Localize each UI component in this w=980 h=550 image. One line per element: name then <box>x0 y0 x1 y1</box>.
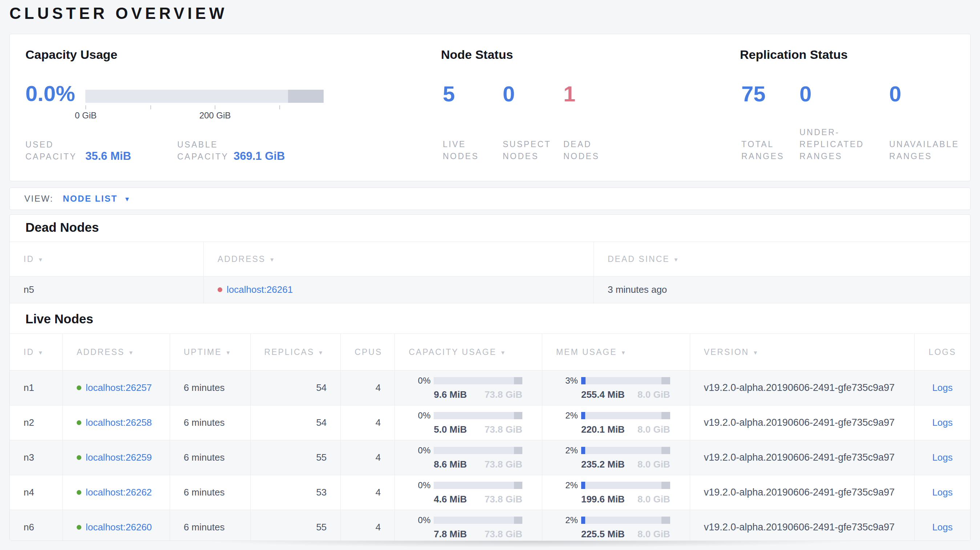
logs-link[interactable]: Logs <box>932 487 952 498</box>
node-dead-dot-icon <box>218 287 222 292</box>
mem-percent: 2% <box>555 515 578 525</box>
live-nodes-stat: 5 LIVE NODES <box>443 82 494 162</box>
logs-link[interactable]: Logs <box>932 382 952 393</box>
node-address-link[interactable]: localhost:26259 <box>86 452 152 463</box>
table-row: n6 localhost:26260 6 minutes 55 4 0% <box>10 510 970 541</box>
column-header-id[interactable]: ID ▼ <box>10 242 204 276</box>
capacity-percent: 0% <box>408 480 430 490</box>
cluster-overview-page: CLUSTER OVERVIEW Capacity Usage 0.0% 0 G… <box>0 0 980 550</box>
cpus-value: 4 <box>375 522 381 533</box>
dead-nodes-count: 1 <box>563 82 614 107</box>
node-id: n5 <box>24 284 34 295</box>
node-address-link[interactable]: localhost:26261 <box>227 284 293 295</box>
logs-link[interactable]: Logs <box>932 452 952 463</box>
mem-total: 8.0 GiB <box>638 459 670 470</box>
capacity-usage-cell: 0% 9.6 MiB 73.8 GiB <box>395 370 542 405</box>
logs-link[interactable]: Logs <box>932 417 952 428</box>
mem-total: 8.0 GiB <box>638 424 670 435</box>
node-status-title: Node Status <box>441 46 513 62</box>
axis-tick <box>279 105 280 109</box>
sort-desc-icon: ▼ <box>500 349 506 356</box>
capacity-total: 73.8 GiB <box>485 424 522 435</box>
uptime-value: 6 minutes <box>184 452 225 463</box>
capacity-percent: 0% <box>408 515 430 525</box>
mem-usage-cell: 2% 235.2 MiB 8.0 GiB <box>542 440 690 475</box>
axis-tick <box>215 105 215 109</box>
table-row: n1 localhost:26257 6 minutes 54 4 0% <box>10 370 970 405</box>
node-live-dot-icon <box>76 455 81 460</box>
node-live-dot-icon <box>76 385 81 390</box>
view-selected-value[interactable]: NODE LIST <box>63 194 118 204</box>
replicas-value: 54 <box>316 382 326 393</box>
cpus-value: 4 <box>375 417 381 428</box>
column-header-dead-since[interactable]: DEAD SINCE ▼ <box>594 242 970 276</box>
page-title: CLUSTER OVERVIEW <box>10 3 228 24</box>
mem-percent: 3% <box>555 376 578 386</box>
mem-usage-cell: 2% 225.5 MiB 8.0 GiB <box>542 510 690 541</box>
column-header-version[interactable]: VERSION ▼ <box>690 334 915 370</box>
mem-percent: 2% <box>555 410 578 421</box>
total-ranges-count: 75 <box>741 82 796 107</box>
sort-desc-icon: ▼ <box>621 349 626 356</box>
mem-total: 8.0 GiB <box>638 529 670 540</box>
node-address-link[interactable]: localhost:26258 <box>86 417 152 428</box>
replicas-value: 54 <box>316 417 326 428</box>
sort-desc-icon: ▼ <box>128 349 134 356</box>
table-row: n2 localhost:26258 6 minutes 54 4 0% <box>10 405 970 440</box>
replicas-value: 55 <box>316 522 326 533</box>
node-live-dot-icon <box>76 490 81 495</box>
version-value: v19.2.0-alpha.20190606-2491-gfe735c9a97 <box>704 452 895 463</box>
column-header-capacity-usage[interactable]: CAPACITY USAGE ▼ <box>395 334 542 370</box>
dead-nodes-stat: 1 DEAD NODES <box>563 82 614 162</box>
column-header-logs: LOGS <box>915 334 970 370</box>
cpus-value: 4 <box>375 382 381 393</box>
capacity-usage-title: Capacity Usage <box>25 46 117 62</box>
mem-percent: 2% <box>555 480 578 490</box>
mem-total: 8.0 GiB <box>638 389 670 401</box>
capacity-percent: 0% <box>408 410 430 421</box>
mem-used: 255.4 MiB <box>581 389 625 401</box>
column-header-address[interactable]: ADDRESS ▼ <box>204 242 594 276</box>
mem-mini-bar <box>581 482 670 489</box>
mem-used: 235.2 MiB <box>581 459 625 470</box>
capacity-bar-other-segment <box>288 90 324 103</box>
column-header-address[interactable]: ADDRESS ▼ <box>63 334 170 370</box>
mem-total: 8.0 GiB <box>638 494 670 505</box>
capacity-used: 9.6 MiB <box>434 389 467 401</box>
column-header-mem-usage[interactable]: MEM USAGE ▼ <box>542 334 690 370</box>
mem-mini-bar <box>581 377 670 384</box>
mem-usage-cell: 2% 220.1 MiB 8.0 GiB <box>542 405 690 440</box>
capacity-total: 73.8 GiB <box>485 389 522 401</box>
dead-nodes-header-row: ID ▼ ADDRESS ▼ DEAD SINCE ▼ <box>10 242 970 277</box>
node-id: n1 <box>24 382 34 393</box>
chevron-down-icon: ▼ <box>124 195 130 203</box>
version-value: v19.2.0-alpha.20190606-2491-gfe735c9a97 <box>704 487 895 498</box>
node-id: n6 <box>24 522 34 533</box>
axis-tick <box>150 105 151 109</box>
capacity-used: 8.6 MiB <box>434 459 467 470</box>
node-id: n3 <box>24 452 34 463</box>
logs-link[interactable]: Logs <box>932 522 952 533</box>
capacity-total: 73.8 GiB <box>485 529 522 540</box>
live-nodes-table: ID ▼ ADDRESS ▼ UPTIME ▼ REPLICAS ▼ CPUS <box>10 334 970 541</box>
node-address-link[interactable]: localhost:26260 <box>86 522 152 533</box>
sort-desc-icon: ▼ <box>318 349 323 356</box>
mem-mini-bar <box>581 412 670 419</box>
mem-mini-bar <box>581 447 670 454</box>
mem-usage-cell: 3% 255.4 MiB 8.0 GiB <box>542 370 690 405</box>
node-id: n2 <box>24 417 34 428</box>
column-header-replicas[interactable]: REPLICAS ▼ <box>251 334 341 370</box>
unavailable-ranges-count: 0 <box>889 82 974 107</box>
total-ranges-label: TOTAL RANGES <box>741 138 796 162</box>
column-header-uptime[interactable]: UPTIME ▼ <box>170 334 251 370</box>
replicas-value: 53 <box>316 487 326 498</box>
column-header-id[interactable]: ID ▼ <box>10 334 63 370</box>
column-header-cpus: CPUS <box>341 334 395 370</box>
node-address-link[interactable]: localhost:26262 <box>86 487 152 498</box>
uptime-value: 6 minutes <box>184 522 225 533</box>
suspect-nodes-label: SUSPECT NODES <box>503 138 558 162</box>
node-address-link[interactable]: localhost:26257 <box>86 382 152 393</box>
mem-used: 225.5 MiB <box>581 529 625 540</box>
suspect-nodes-count: 0 <box>503 82 558 107</box>
view-selector-dropdown[interactable]: NODE LIST ▼ <box>63 194 130 204</box>
